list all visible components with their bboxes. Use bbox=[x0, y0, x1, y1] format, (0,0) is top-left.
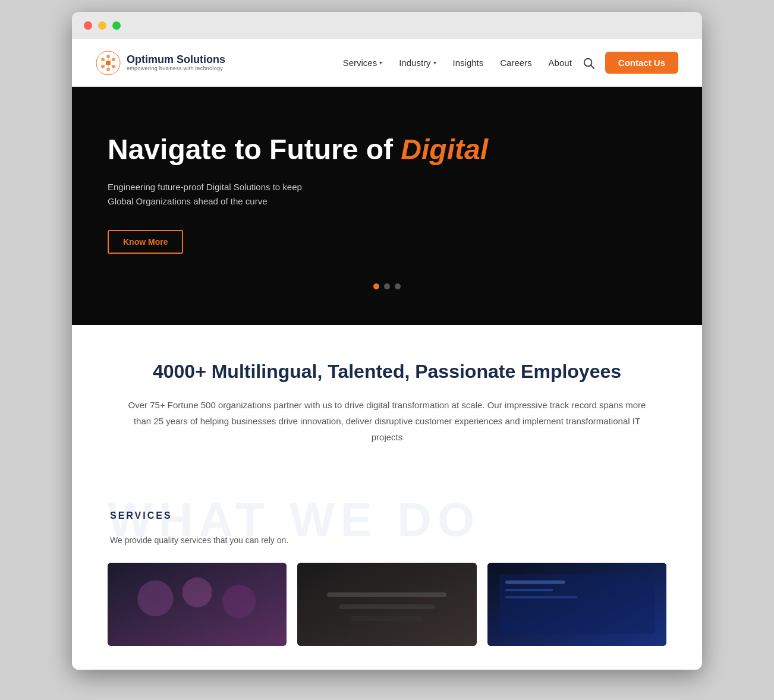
services-section: WHAT WE DO SERVICES We provide quality s… bbox=[72, 481, 702, 670]
stats-description: Over 75+ Fortune 500 organizations partn… bbox=[119, 397, 655, 445]
slide-dot-1[interactable] bbox=[373, 283, 379, 289]
service-cards bbox=[108, 563, 666, 646]
stats-section: 4000+ Multilingual, Talented, Passionate… bbox=[72, 325, 702, 481]
logo[interactable]: Optimum Solutions empowering business wi… bbox=[96, 51, 225, 75]
slider-dots bbox=[108, 283, 666, 289]
svg-rect-28 bbox=[505, 596, 577, 598]
nav-link-insights[interactable]: Insights bbox=[453, 58, 484, 68]
service-card-image-2 bbox=[297, 563, 476, 646]
services-watermark-row: WHAT WE DO SERVICES bbox=[108, 493, 666, 521]
logo-title: Optimum Solutions bbox=[127, 54, 225, 66]
hero-headline-plain: Navigate to Future of bbox=[108, 134, 401, 165]
slide-dot-3[interactable] bbox=[395, 283, 401, 289]
service-card-2[interactable] bbox=[297, 563, 476, 646]
browser-chrome bbox=[72, 12, 702, 39]
svg-rect-23 bbox=[351, 616, 423, 621]
hero-headline: Navigate to Future of Digital bbox=[108, 134, 666, 166]
search-icon bbox=[582, 56, 595, 70]
services-label: SERVICES bbox=[108, 493, 666, 521]
svg-point-17 bbox=[137, 581, 173, 616]
navbar: Optimum Solutions empowering business wi… bbox=[72, 39, 702, 87]
browser-window: Optimum Solutions empowering business wi… bbox=[72, 12, 702, 670]
nav-link-services[interactable]: Services ▾ bbox=[343, 58, 383, 68]
logo-subtitle: empowering business with technology bbox=[127, 65, 225, 71]
service-card-image-1 bbox=[108, 563, 287, 646]
maximize-button[interactable] bbox=[112, 21, 121, 30]
minimize-button[interactable] bbox=[98, 21, 106, 30]
svg-line-15 bbox=[591, 65, 594, 68]
nav-link-about[interactable]: About bbox=[549, 58, 572, 68]
nav-link-careers[interactable]: Careers bbox=[500, 58, 531, 68]
svg-rect-22 bbox=[339, 604, 435, 609]
svg-rect-21 bbox=[328, 592, 447, 597]
nav-item-industry[interactable]: Industry ▾ bbox=[399, 58, 436, 68]
chevron-down-icon: ▾ bbox=[379, 59, 382, 66]
nav-links: Services ▾ Industry ▾ Insights Careers bbox=[343, 58, 572, 68]
nav-link-industry[interactable]: Industry ▾ bbox=[399, 58, 436, 68]
stats-heading: 4000+ Multilingual, Talented, Passionate… bbox=[119, 361, 655, 383]
nav-item-services[interactable]: Services ▾ bbox=[343, 58, 383, 68]
chevron-down-icon: ▾ bbox=[433, 59, 436, 66]
hero-subtitle: Engineering future-proof Digital Solutio… bbox=[108, 180, 381, 209]
hero-section: Navigate to Future of Digital Engineerin… bbox=[72, 87, 702, 325]
service-card-3[interactable] bbox=[487, 563, 666, 646]
nav-item-about[interactable]: About bbox=[549, 58, 572, 68]
nav-item-insights[interactable]: Insights bbox=[453, 58, 484, 68]
svg-rect-26 bbox=[505, 581, 565, 584]
service-card-image-3 bbox=[487, 563, 666, 646]
logo-icon bbox=[96, 51, 121, 75]
logo-text: Optimum Solutions empowering business wi… bbox=[127, 54, 225, 72]
service-card-1[interactable] bbox=[108, 563, 287, 646]
slide-dot-2[interactable] bbox=[384, 283, 390, 289]
svg-point-18 bbox=[183, 578, 212, 607]
svg-point-19 bbox=[222, 585, 256, 618]
close-button[interactable] bbox=[84, 21, 92, 30]
svg-rect-27 bbox=[505, 589, 553, 591]
nav-item-careers[interactable]: Careers bbox=[500, 58, 531, 68]
search-button[interactable] bbox=[578, 52, 599, 74]
contact-button[interactable]: Contact Us bbox=[605, 52, 678, 74]
hero-headline-highlight: Digital bbox=[401, 134, 488, 165]
know-more-button[interactable]: Know More bbox=[108, 230, 183, 254]
